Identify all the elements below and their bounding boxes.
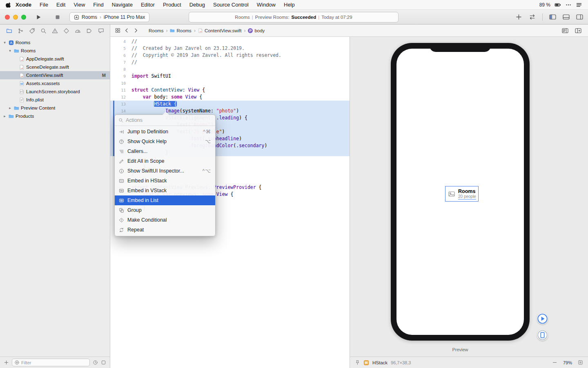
stop-button[interactable] xyxy=(54,14,61,20)
menu-item-product[interactable]: Product xyxy=(159,2,185,8)
action-label: Embed in HStack xyxy=(127,178,167,184)
line-number: 4 xyxy=(110,38,129,45)
action-show-quick-help[interactable]: Show Quick Help⌥ xyxy=(115,137,215,146)
file-row-rooms[interactable]: ▾Rooms xyxy=(0,47,110,55)
action-group[interactable]: Group xyxy=(115,205,215,215)
file-row-scenedelegate-swift[interactable]: SceneDelegate.swift xyxy=(0,63,110,71)
reports-icon[interactable] xyxy=(97,27,105,35)
make-conditional-icon xyxy=(119,218,124,223)
disclosure-icon[interactable]: ▸ xyxy=(2,114,7,118)
add-file-icon[interactable] xyxy=(4,360,9,365)
live-preview-button[interactable] xyxy=(537,313,548,324)
file-row-preview-content[interactable]: ▸Preview Content xyxy=(0,104,110,112)
debug-icon[interactable] xyxy=(74,27,82,35)
navigator-filter-field[interactable] xyxy=(12,359,90,366)
find-icon[interactable] xyxy=(39,27,47,35)
code-review-icon[interactable] xyxy=(529,13,536,20)
close-button[interactable] xyxy=(5,15,10,20)
file-row-appdelegate-swift[interactable]: AppDelegate.swift xyxy=(0,55,110,63)
code-line-7: 7// xyxy=(110,59,350,66)
source-control-icon[interactable] xyxy=(16,27,24,35)
toggle-navigator-icon[interactable] xyxy=(549,13,556,20)
action-shortcut: ^⌥ xyxy=(203,168,211,174)
menu-item-help[interactable]: Help xyxy=(280,2,299,8)
code-text: Image(systemName: "photo") xyxy=(129,108,350,114)
toggle-debug-area-icon[interactable] xyxy=(563,13,570,20)
zoom-button[interactable] xyxy=(21,15,26,20)
preview-selected-hstack[interactable]: Rooms 20 people xyxy=(445,186,479,202)
action-embed-in-vstack[interactable]: Embed in VStack xyxy=(115,186,215,195)
action-repeat[interactable]: Repeat xyxy=(115,225,215,235)
window-controls xyxy=(5,15,26,20)
menu-item-source-control[interactable]: Source Control xyxy=(209,2,253,8)
preview-canvas[interactable]: Rooms 20 people Preview xyxy=(350,37,588,357)
filter-input[interactable] xyxy=(21,360,87,365)
scm-status-filter-icon[interactable] xyxy=(101,360,106,365)
action-jump-to-definition[interactable]: Jump to Definition^⌘ xyxy=(115,127,215,137)
zoom-fit-icon[interactable] xyxy=(578,360,583,365)
breadcrumb-rooms[interactable]: Rooms xyxy=(170,28,191,33)
breadcrumb-rooms[interactable]: Rooms xyxy=(149,28,163,33)
action-embed-in-hstack[interactable]: Embed in HStack xyxy=(115,176,215,186)
file-label: Products xyxy=(16,114,34,119)
recent-files-icon[interactable] xyxy=(93,360,98,365)
file-row-products[interactable]: ▸Products xyxy=(0,112,110,120)
related-items-icon[interactable] xyxy=(115,28,120,33)
breadcrumb-body[interactable]: Pbody xyxy=(248,28,265,33)
symbols-icon[interactable] xyxy=(28,27,36,35)
zoom-out-icon[interactable] xyxy=(552,360,557,365)
selection-name: HStack xyxy=(372,360,388,365)
file-label: SceneDelegate.swift xyxy=(26,65,69,70)
project-navigator-icon[interactable] xyxy=(5,27,13,35)
line-number: 5 xyxy=(110,45,129,52)
file-row-rooms[interactable]: ▾Rooms xyxy=(0,38,110,47)
run-button[interactable] xyxy=(35,14,42,20)
action-make-conditional[interactable]: Make Conditional xyxy=(115,215,215,225)
breakpoints-icon[interactable] xyxy=(85,27,94,35)
breadcrumb-label: body xyxy=(254,28,265,33)
scheme-selector[interactable]: Rooms › iPhone 11 Pro Max xyxy=(69,12,149,22)
file-row-info-plist[interactable]: Info.plist xyxy=(0,96,110,104)
menu-item-xcode[interactable]: Xcode xyxy=(11,2,36,8)
file-row-assets-xcassets[interactable]: Assets.xcassets xyxy=(0,79,110,88)
disclosure-icon[interactable]: ▾ xyxy=(2,40,7,45)
notification-center-icon[interactable] xyxy=(576,2,582,8)
add-editor-icon[interactable] xyxy=(575,27,581,34)
source-editor[interactable]: 4//5// Created by Jan Zavrel on 23.12.20… xyxy=(110,37,350,368)
menu-item-edit[interactable]: Edit xyxy=(52,2,69,8)
issues-icon[interactable] xyxy=(51,27,59,35)
menu-item-find[interactable]: Find xyxy=(89,2,107,8)
edit-all-in-scope-icon xyxy=(119,159,124,164)
menu-item-debug[interactable]: Debug xyxy=(185,2,209,8)
folder-icon xyxy=(9,114,14,119)
actions-search-input[interactable] xyxy=(126,117,212,123)
disclosure-icon[interactable]: ▾ xyxy=(8,49,12,53)
menu-item-editor[interactable]: Editor xyxy=(137,2,159,8)
toggle-inspectors-icon[interactable] xyxy=(576,13,583,20)
action-embed-in-list[interactable]: Embed in List xyxy=(115,195,215,205)
navigator-tab-bar xyxy=(0,25,110,37)
pin-preview-icon[interactable] xyxy=(355,360,360,365)
minimize-button[interactable] xyxy=(13,15,18,20)
menu-extras-icon[interactable] xyxy=(565,2,572,8)
forward-button-icon[interactable] xyxy=(133,28,138,33)
menu-item-navigate[interactable]: Navigate xyxy=(108,2,137,8)
action-edit-all-in-scope[interactable]: Edit All in Scope xyxy=(115,156,215,166)
file-row-contentview-swift[interactable]: ContentView.swiftM xyxy=(0,71,110,79)
library-add-icon[interactable] xyxy=(515,13,522,20)
menu-item-window[interactable]: Window xyxy=(253,2,280,8)
menu-item-view[interactable]: View xyxy=(69,2,89,8)
line-number: 10 xyxy=(110,80,129,87)
menu-item-file[interactable]: File xyxy=(36,2,52,8)
preview-on-device-button[interactable] xyxy=(537,330,548,341)
breadcrumb-label: Rooms xyxy=(176,28,191,33)
disclosure-icon[interactable]: ▸ xyxy=(8,106,12,110)
back-button-icon[interactable] xyxy=(124,28,129,33)
editor-options-icon[interactable] xyxy=(562,27,568,34)
tests-icon[interactable] xyxy=(62,27,71,35)
action-callers[interactable]: Callers... xyxy=(115,146,215,156)
action-show-swiftui-inspector[interactable]: Show SwiftUI Inspector...^⌥ xyxy=(115,166,215,176)
apple-menu-icon[interactable] xyxy=(6,2,11,8)
file-row-launchscreen-storyboard[interactable]: LaunchScreen.storyboard xyxy=(0,88,110,96)
breadcrumb-contentview-swift[interactable]: ContentView.swift xyxy=(198,28,242,33)
